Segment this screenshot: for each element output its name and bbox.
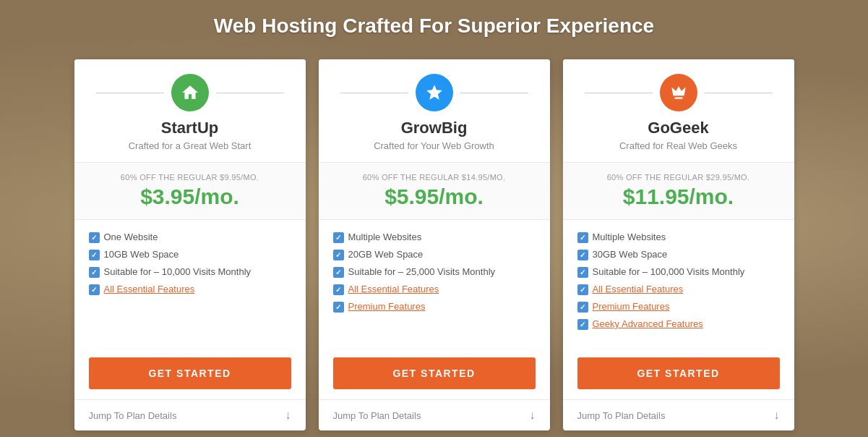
chevron-down-icon: ↓	[774, 409, 780, 422]
list-item: Suitable for – 100,000 Visits Monthly	[577, 266, 780, 278]
crown-icon	[660, 74, 697, 111]
plan-card-gogeek: GoGeekCrafted for Real Web Geeks60% OFF …	[563, 59, 794, 430]
chevron-down-icon: ↓	[285, 409, 291, 422]
list-item: 10GB Web Space	[89, 249, 291, 260]
list-item: 30GB Web Space	[577, 249, 780, 260]
feature-text-gogeek-2: Suitable for – 100,000 Visits Monthly	[593, 266, 745, 277]
list-item: Premium Features	[333, 301, 536, 313]
plan-pricing-gogeek: 60% OFF THE REGULAR $29.95/MO.$11.95/mo.	[563, 163, 794, 220]
plan-header-startup: StartUpCrafted for a Great Web Start	[74, 59, 306, 163]
plan-features-gogeek: Multiple Websites30GB Web SpaceSuitable …	[563, 220, 794, 347]
list-item: 20GB Web Space	[333, 249, 536, 260]
plan-card-growbig: GrowBigCrafted for Your Web Growth60% OF…	[319, 59, 550, 430]
plan-features-startup: One Website10GB Web SpaceSuitable for – …	[74, 220, 306, 347]
list-item: Premium Features	[577, 301, 780, 313]
list-item: One Website	[89, 232, 291, 243]
check-icon	[577, 267, 588, 278]
plan-footer-growbig[interactable]: Jump To Plan Details↓	[319, 399, 550, 430]
list-item: Multiple Websites	[333, 232, 536, 243]
feature-text-growbig-4[interactable]: Premium Features	[348, 301, 426, 312]
plan-name-startup: StartUp	[89, 119, 291, 137]
plan-footer-startup[interactable]: Jump To Plan Details↓	[74, 399, 306, 430]
check-icon	[577, 319, 588, 330]
plan-header-gogeek: GoGeekCrafted for Real Web Geeks	[563, 59, 794, 163]
plan-price-gogeek: $11.95/mo.	[577, 184, 780, 209]
list-item: Suitable for – 25,000 Visits Monthly	[333, 266, 536, 278]
plan-footer-label-gogeek: Jump To Plan Details	[577, 410, 666, 421]
plan-card-startup: StartUpCrafted for a Great Web Start60% …	[74, 59, 306, 430]
plan-pricing-startup: 60% OFF THE REGULAR $9.95/MO.$3.95/mo.	[74, 163, 306, 220]
check-icon	[333, 267, 344, 278]
plan-discount-startup: 60% OFF THE REGULAR $9.95/MO.	[89, 173, 291, 182]
plan-cta-growbig: GET STARTED	[319, 347, 550, 399]
plan-price-startup: $3.95/mo.	[89, 184, 291, 209]
check-icon	[577, 284, 588, 295]
feature-text-gogeek-3[interactable]: All Essential Features	[593, 284, 684, 294]
check-icon	[89, 267, 100, 278]
check-icon	[89, 232, 100, 243]
plan-footer-label-growbig: Jump To Plan Details	[333, 410, 421, 421]
plan-discount-growbig: 60% OFF THE REGULAR $14.95/MO.	[333, 173, 536, 182]
list-item: All Essential Features	[577, 284, 780, 295]
plan-icon-wrapper-startup	[89, 74, 291, 111]
list-item: All Essential Features	[89, 284, 291, 295]
plan-tagline-startup: Crafted for a Great Web Start	[89, 140, 291, 151]
feature-text-growbig-0: Multiple Websites	[348, 232, 422, 242]
check-icon	[333, 302, 344, 313]
get-started-button-startup[interactable]: GET STARTED	[89, 357, 291, 389]
plan-price-growbig: $5.95/mo.	[333, 184, 536, 209]
feature-text-gogeek-4[interactable]: Premium Features	[593, 301, 670, 312]
list-item: Geeky Advanced Features	[577, 318, 780, 330]
feature-text-gogeek-1: 30GB Web Space	[593, 249, 668, 260]
plan-header-growbig: GrowBigCrafted for Your Web Growth	[319, 59, 550, 163]
get-started-button-gogeek[interactable]: GET STARTED	[577, 357, 780, 389]
list-item: Multiple Websites	[577, 232, 780, 243]
feature-text-startup-0: One Website	[104, 232, 158, 242]
check-icon	[333, 250, 344, 260]
feature-text-startup-2: Suitable for – 10,000 Visits Monthly	[104, 266, 252, 277]
feature-text-startup-1: 10GB Web Space	[104, 249, 179, 260]
feature-text-growbig-1: 20GB Web Space	[348, 249, 424, 260]
check-icon	[333, 232, 344, 243]
plan-features-growbig: Multiple Websites20GB Web SpaceSuitable …	[319, 220, 550, 347]
plan-discount-gogeek: 60% OFF THE REGULAR $29.95/MO.	[577, 173, 780, 182]
home-icon	[171, 74, 209, 111]
plan-footer-label-startup: Jump To Plan Details	[89, 410, 177, 421]
check-icon	[89, 250, 100, 260]
plan-icon-wrapper-gogeek	[577, 74, 780, 111]
check-icon	[577, 250, 588, 260]
get-started-button-growbig[interactable]: GET STARTED	[333, 357, 536, 389]
page-title: Web Hosting Crafted For Superior Experie…	[214, 14, 654, 38]
feature-text-startup-3[interactable]: All Essential Features	[104, 284, 195, 294]
list-item: All Essential Features	[333, 284, 536, 295]
plan-tagline-gogeek: Crafted for Real Web Geeks	[577, 140, 780, 151]
plan-cta-gogeek: GET STARTED	[563, 347, 794, 399]
plan-pricing-growbig: 60% OFF THE REGULAR $14.95/MO.$5.95/mo.	[319, 163, 550, 220]
chevron-down-icon: ↓	[530, 409, 536, 422]
check-icon	[89, 284, 100, 295]
feature-text-growbig-2: Suitable for – 25,000 Visits Monthly	[348, 266, 496, 277]
check-icon	[577, 302, 588, 313]
check-icon	[577, 232, 588, 243]
plans-container: StartUpCrafted for a Great Web Start60% …	[55, 59, 814, 430]
star-icon	[416, 74, 453, 111]
plan-footer-gogeek[interactable]: Jump To Plan Details↓	[563, 399, 794, 430]
feature-text-gogeek-0: Multiple Websites	[593, 232, 666, 242]
plan-cta-startup: GET STARTED	[74, 347, 306, 399]
plan-name-gogeek: GoGeek	[577, 119, 780, 137]
plan-tagline-growbig: Crafted for Your Web Growth	[333, 140, 536, 151]
check-icon	[333, 284, 344, 295]
list-item: Suitable for – 10,000 Visits Monthly	[89, 266, 291, 278]
plan-name-growbig: GrowBig	[333, 119, 536, 137]
plan-icon-wrapper-growbig	[333, 74, 536, 111]
feature-text-growbig-3[interactable]: All Essential Features	[348, 284, 439, 294]
feature-text-gogeek-5[interactable]: Geeky Advanced Features	[593, 318, 703, 329]
